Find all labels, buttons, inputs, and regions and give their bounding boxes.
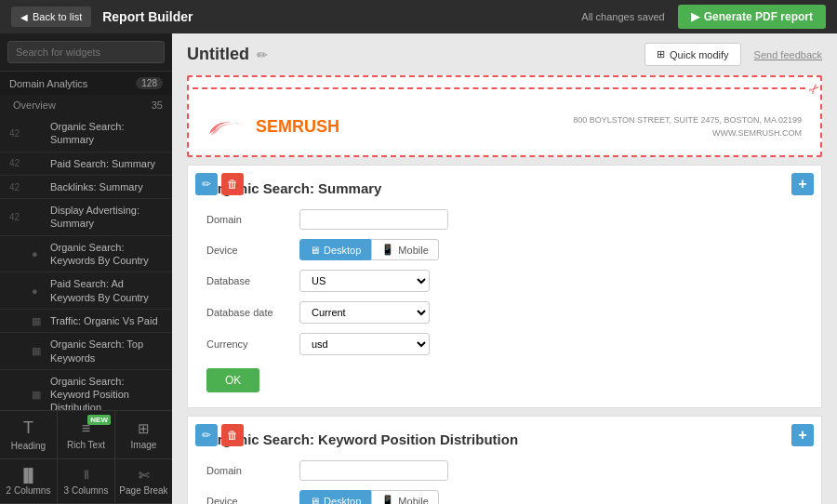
sidebar-item-6[interactable]: ▦ Traffic: Organic Vs Paid: [0, 310, 172, 333]
cut-line: ✂: [189, 77, 820, 99]
header-right: All changes saved ▶ Generate PDF report: [581, 5, 826, 29]
main-layout: Domain Analytics 128 Overview 35 42 Orga…: [0, 33, 837, 504]
new-badge: NEW: [87, 415, 111, 425]
device-label-2: Device: [206, 496, 290, 505]
sidebar-item-7[interactable]: ▦ Organic Search: Top Keywords: [0, 333, 172, 370]
form-row-currency-1: Currency usdeurgbp: [206, 333, 803, 355]
widget-rich-text[interactable]: NEW ≡ Rich Text: [58, 411, 115, 458]
widget-1-content: Organic Search: Summary Domain Device 🖥 …: [188, 166, 821, 407]
search-input[interactable]: [7, 41, 165, 63]
add-widget-1-button[interactable]: +: [791, 173, 814, 195]
desktop-button-1[interactable]: 🖥 Desktop: [299, 239, 371, 260]
logo-swoosh-icon: [207, 117, 248, 138]
generate-pdf-button[interactable]: ▶ Generate PDF report: [678, 5, 826, 29]
quick-modify-icon: ⊞: [657, 48, 665, 60]
item-icon-7: ▦: [32, 345, 45, 357]
sidebar-item-0[interactable]: 42 Organic Search: Summary: [0, 115, 172, 153]
canvas-title-text: Untitled: [187, 45, 249, 64]
sidebar-bottom: T Heading NEW ≡ Rich Text ⊞ Image ▐▌ 2 C…: [0, 410, 172, 504]
item-label-5: Paid Search: Ad Keywords By Country: [50, 277, 163, 304]
logo-address: 800 BOYLSTON STREET, SUITE 2475, BOSTON,…: [573, 114, 802, 139]
item-num-1: 42: [9, 158, 28, 168]
page-break-widget[interactable]: ✄ Page Break: [115, 459, 172, 503]
widget-keyword-distribution: ✏ 🗑 + Organic Search: Keyword Position D…: [187, 416, 822, 504]
item-label-4: Organic Search: Keywords By Country: [50, 241, 163, 268]
widget-add-2: +: [791, 424, 814, 446]
sidebar-item-8[interactable]: ▦ Organic Search: Keyword Position Distr…: [0, 370, 172, 410]
device-group-2: 🖥 Desktop 📱 Mobile: [299, 490, 439, 504]
dashed-line-left: [193, 87, 805, 89]
desktop-icon-1: 🖥: [310, 245, 320, 256]
widget-actions-1: ✏ 🗑: [195, 173, 244, 195]
quick-modify-label: Quick modify: [670, 49, 729, 60]
mobile-button-2[interactable]: 📱 Mobile: [371, 490, 438, 504]
heading-label: Heading: [11, 441, 46, 451]
device-label-1: Device: [206, 245, 290, 256]
edit-title-icon[interactable]: ✏: [257, 47, 268, 62]
item-label-6: Traffic: Organic Vs Paid: [50, 314, 163, 327]
send-feedback-link[interactable]: Send feedback: [754, 49, 822, 60]
widget-heading[interactable]: T Heading: [0, 411, 58, 458]
back-to-list-button[interactable]: ◀ Back to list: [11, 7, 91, 27]
domain-label-2: Domain: [206, 465, 290, 476]
sidebar-item-1[interactable]: 42 Paid Search: Summary: [0, 153, 172, 176]
two-columns-icon: ▐▌: [20, 468, 38, 483]
widget-actions-2: ✏ 🗑: [195, 424, 244, 446]
quick-modify-button[interactable]: ⊞ Quick modify: [644, 43, 741, 66]
page-area: ✂ SEMRUSH 800 BOYLSTON STREET, SUITE 247…: [187, 75, 822, 157]
sidebar-section-domain-analytics[interactable]: Domain Analytics 128: [0, 72, 172, 95]
form-row-domain-1: Domain: [206, 209, 803, 230]
heading-icon: T: [23, 418, 33, 438]
two-columns-widget[interactable]: ▐▌ 2 Columns: [0, 459, 58, 503]
widget-1-title: Organic Search: Summary: [206, 180, 803, 196]
three-columns-label: 3 Columns: [64, 485, 109, 496]
item-num-2: 42: [9, 182, 28, 192]
form-row-device-2: Device 🖥 Desktop 📱 Mobile: [206, 490, 803, 504]
widget-image[interactable]: ⊞ Image: [115, 411, 172, 458]
canvas-content: ✂ SEMRUSH 800 BOYLSTON STREET, SUITE 247…: [172, 75, 837, 504]
address-line1: 800 BOYLSTON STREET, SUITE 2475, BOSTON,…: [573, 114, 802, 127]
sidebar-item-4[interactable]: ● Organic Search: Keywords By Country: [0, 236, 172, 273]
desktop-button-2[interactable]: 🖥 Desktop: [299, 490, 371, 504]
dbdate-select-1[interactable]: CurrentPrevious: [299, 301, 430, 324]
item-icon-5: ●: [32, 285, 45, 297]
canvas-header: Untitled ✏ ⊞ Quick modify Send feedback: [172, 33, 837, 75]
three-columns-widget[interactable]: ⦀ 3 Columns: [58, 459, 115, 503]
widget-add-1: +: [791, 173, 814, 195]
currency-select-1[interactable]: usdeurgbp: [299, 333, 430, 355]
overview-label: Overview: [13, 99, 56, 111]
canvas-title: Untitled ✏: [187, 45, 268, 64]
item-label-0: Organic Search: Summary: [50, 120, 163, 147]
mobile-icon-1: 📱: [381, 244, 394, 256]
edit-widget-1-button[interactable]: ✏: [195, 173, 218, 195]
device-group-1: 🖥 Desktop 📱 Mobile: [299, 239, 439, 260]
desktop-icon-2: 🖥: [310, 496, 320, 505]
item-label-1: Paid Search: Summary: [50, 157, 163, 170]
widget-organic-search-summary: ✏ 🗑 + Organic Search: Summary Domain Dev…: [187, 165, 822, 408]
mobile-icon-2: 📱: [381, 495, 394, 504]
sidebar-search: [0, 33, 172, 72]
domain-input-1[interactable]: [299, 209, 448, 230]
sidebar-item-2[interactable]: 42 Backlinks: Summary: [0, 176, 172, 199]
delete-widget-1-button[interactable]: 🗑: [221, 173, 244, 195]
top-header: ◀ Back to list Report Builder All change…: [0, 0, 837, 33]
delete-widget-2-button[interactable]: 🗑: [221, 424, 244, 446]
rich-text-label: Rich Text: [67, 440, 105, 450]
widget-type-row: T Heading NEW ≡ Rich Text ⊞ Image: [0, 411, 172, 459]
sidebar-item-3[interactable]: 42 Display Advertising: Summary: [0, 199, 172, 236]
dbdate-label-1: Database date: [206, 307, 290, 318]
sidebar-item-5[interactable]: ● Paid Search: Ad Keywords By Country: [0, 272, 172, 310]
pdf-icon: ▶: [691, 10, 699, 23]
edit-widget-2-button[interactable]: ✏: [195, 424, 218, 446]
domain-input-2[interactable]: [299, 460, 448, 481]
ok-button-1[interactable]: OK: [206, 368, 259, 392]
item-label-2: Backlinks: Summary: [50, 180, 163, 193]
form-row-domain-2: Domain: [206, 460, 803, 481]
form-row-device-1: Device 🖥 Desktop 📱 Mobile: [206, 239, 803, 260]
sidebar-subsection-overview[interactable]: Overview 35: [0, 95, 172, 115]
database-select-1[interactable]: USUKDE: [299, 270, 430, 292]
add-widget-2-button[interactable]: +: [791, 424, 814, 446]
widget-2-title: Organic Search: Keyword Position Distrib…: [206, 431, 803, 447]
item-icon-4: ●: [32, 248, 45, 259]
mobile-button-1[interactable]: 📱 Mobile: [371, 239, 438, 260]
